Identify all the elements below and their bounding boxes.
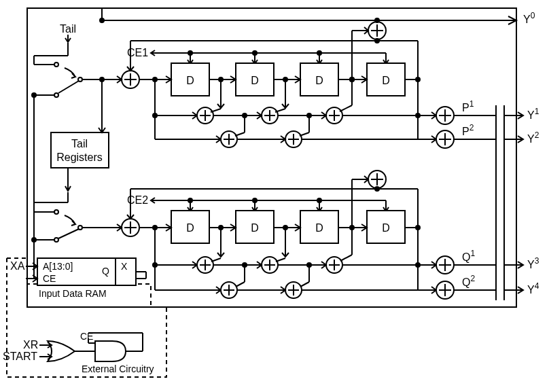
d-label: D (186, 222, 194, 234)
svg-line-183 (300, 282, 309, 287)
ram-ce-label: CE (43, 273, 56, 284)
d-label: D (382, 75, 390, 86)
d-label: D (382, 222, 390, 234)
svg-line-89 (300, 132, 309, 136)
d-label: D (315, 75, 323, 86)
d-label: D (251, 75, 259, 86)
svg-point-34 (54, 63, 58, 67)
svg-point-179 (242, 262, 247, 268)
svg-point-48 (152, 113, 158, 118)
svg-line-161 (276, 258, 285, 262)
external-circuitry-label: External Circuitry (82, 363, 154, 374)
d-label: D (186, 75, 194, 86)
svg-point-7 (374, 18, 380, 23)
tail-registers-label2: Registers (56, 152, 103, 163)
svg-point-43 (31, 92, 37, 98)
svg-point-152 (415, 225, 421, 230)
label-start: START (3, 351, 37, 362)
ram-x-label: X (121, 261, 128, 272)
svg-point-129 (54, 238, 58, 242)
svg-line-157 (211, 258, 221, 262)
svg-point-185 (306, 262, 312, 268)
svg-point-72 (349, 77, 355, 82)
d-label: D (315, 222, 323, 234)
ram-addr-label: A[13:0] (43, 261, 73, 272)
label-xr: XR (23, 339, 38, 351)
svg-line-131 (58, 229, 79, 238)
svg-point-91 (306, 113, 312, 118)
svg-point-128 (54, 210, 58, 214)
svg-point-28 (374, 38, 380, 43)
svg-line-177 (236, 282, 245, 287)
label-q2: Q2 (462, 274, 475, 288)
svg-line-83 (235, 132, 245, 136)
svg-line-37 (58, 81, 79, 93)
label-y2: Y2 (527, 130, 539, 145)
svg-line-69 (340, 105, 352, 111)
svg-point-56 (415, 77, 421, 82)
label-y0: Y0 (523, 11, 535, 25)
label-y1: Y1 (527, 107, 539, 121)
label-p2: P2 (462, 123, 474, 137)
svg-point-35 (54, 93, 58, 97)
d-label: D (251, 222, 259, 234)
ram-q-label: Q (102, 266, 109, 277)
and-gate (95, 341, 126, 361)
tail-registers-label1: Tail (71, 138, 88, 149)
svg-point-99 (99, 77, 105, 82)
label-p1: P1 (462, 99, 474, 113)
svg-point-3 (99, 18, 105, 23)
label-xa: XA (10, 260, 25, 272)
or-gate (48, 341, 75, 361)
svg-line-165 (340, 255, 352, 261)
label-tail: Tail (60, 23, 76, 35)
svg-point-85 (242, 113, 247, 118)
svg-point-144 (152, 262, 158, 268)
label-q1: Q1 (462, 249, 475, 263)
label-y4: Y4 (527, 281, 539, 296)
label-y3: Y3 (527, 256, 539, 270)
input-ram-caption: Input Data RAM (39, 288, 107, 299)
